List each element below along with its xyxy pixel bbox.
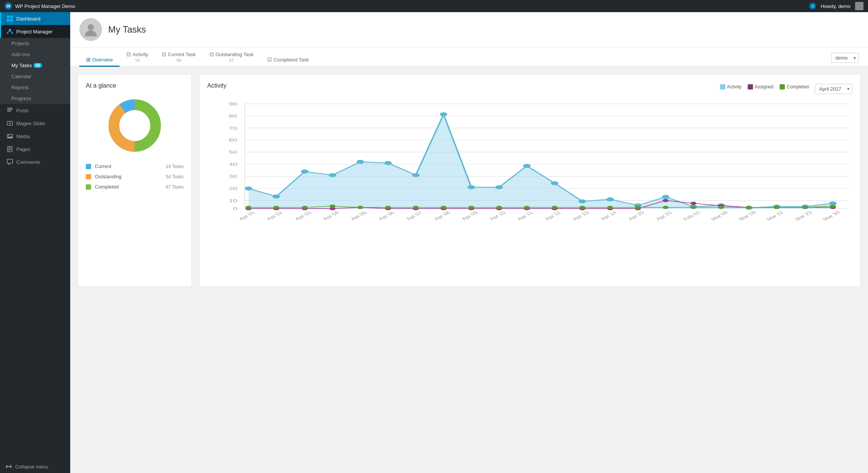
sidebar-item-project-manager[interactable]: Project Manager bbox=[0, 25, 70, 38]
svg-text:90: 90 bbox=[229, 102, 237, 106]
sidebar-item-reports[interactable]: Reports bbox=[0, 82, 70, 93]
legend-color-completed-chart bbox=[780, 84, 785, 90]
svg-point-111 bbox=[690, 206, 696, 209]
svg-marker-22 bbox=[6, 465, 7, 468]
month-select-wrapper[interactable]: April 2017 bbox=[815, 84, 852, 94]
svg-text:10: 10 bbox=[229, 199, 237, 203]
svg-point-114 bbox=[773, 206, 780, 209]
posts-icon bbox=[6, 107, 13, 114]
legend-item-current: Current 14 Tasks bbox=[86, 163, 184, 169]
svg-point-107 bbox=[579, 206, 585, 209]
main-content: My Tasks ⊞ Overview ⊡ Activity bbox=[70, 12, 868, 473]
svg-text:Apr 04: Apr 04 bbox=[321, 211, 340, 221]
sidebar-item-posts[interactable]: Posts bbox=[0, 104, 70, 117]
svg-point-57 bbox=[412, 173, 420, 177]
svg-point-59 bbox=[468, 185, 475, 189]
svg-text:Mar 23: Mar 23 bbox=[793, 210, 813, 221]
sidebar-item-dashboard[interactable]: Dashboard bbox=[0, 12, 70, 25]
sidebar-item-label: Magee Slider bbox=[16, 121, 46, 126]
donut-chart bbox=[86, 95, 184, 156]
sidebar-item-pages[interactable]: Pages bbox=[0, 143, 70, 156]
tab-completed-task[interactable]: ☑ Completed Task bbox=[260, 53, 316, 67]
svg-text:Apr 07: Apr 07 bbox=[405, 211, 424, 221]
sidebar-item-progress[interactable]: Progress bbox=[0, 93, 70, 104]
svg-text:Apr 11: Apr 11 bbox=[515, 211, 535, 221]
notification-badge[interactable]: 0 bbox=[809, 3, 816, 9]
howdy-text: Howdy, demo bbox=[821, 3, 851, 9]
sidebar-item-label: Dashboard bbox=[16, 16, 41, 22]
collapse-label: Collapse menu bbox=[15, 464, 48, 470]
sidebar-item-projects[interactable]: Projects bbox=[0, 38, 70, 49]
sidebar-item-add-ons[interactable]: Add-ons bbox=[0, 49, 70, 60]
content-panels: At a glance bbox=[70, 67, 868, 294]
svg-text:80: 80 bbox=[229, 114, 237, 118]
svg-text:30: 30 bbox=[229, 174, 237, 179]
svg-point-88 bbox=[663, 199, 669, 202]
sidebar-item-label: Posts bbox=[16, 108, 29, 113]
sidebar-item-label: Add-ons bbox=[11, 52, 30, 57]
svg-point-110 bbox=[663, 206, 669, 209]
sidebar-item-my-tasks[interactable]: My Tasks 68 bbox=[0, 60, 70, 71]
sidebar: Dashboard Project Manager Projects Add-o… bbox=[0, 12, 70, 473]
glance-title: At a glance bbox=[86, 82, 184, 89]
svg-point-108 bbox=[607, 206, 613, 209]
user-select[interactable]: demo bbox=[831, 53, 859, 63]
svg-point-13 bbox=[9, 123, 11, 124]
svg-point-63 bbox=[578, 199, 586, 203]
svg-point-101 bbox=[413, 206, 419, 209]
glance-card: At a glance bbox=[78, 74, 192, 287]
user-select-wrapper[interactable]: demo bbox=[831, 53, 859, 63]
svg-rect-11 bbox=[7, 111, 11, 112]
svg-marker-23 bbox=[10, 465, 12, 468]
legend-item-completed: Completed 67 Tasks bbox=[86, 184, 184, 190]
svg-point-66 bbox=[662, 195, 670, 199]
svg-point-51 bbox=[245, 186, 252, 190]
magee-slider-icon bbox=[6, 120, 13, 127]
content-area: My Tasks ⊞ Overview ⊡ Activity bbox=[70, 12, 868, 294]
svg-text:Apr 13: Apr 13 bbox=[571, 211, 590, 221]
legend-completed: Completed bbox=[780, 84, 809, 90]
svg-point-54 bbox=[329, 173, 336, 177]
legend-color-completed bbox=[86, 184, 91, 190]
svg-text:70: 70 bbox=[229, 126, 237, 130]
svg-point-96 bbox=[273, 206, 279, 209]
svg-point-102 bbox=[441, 206, 447, 209]
sidebar-item-media[interactable]: Media bbox=[0, 130, 70, 143]
svg-text:Mar 09: Mar 09 bbox=[709, 210, 729, 221]
sidebar-item-magee-slider[interactable]: Magee Slider bbox=[0, 117, 70, 130]
svg-line-7 bbox=[8, 31, 10, 32]
svg-rect-3 bbox=[10, 19, 13, 22]
pages-icon bbox=[6, 146, 13, 152]
topbar: W WP Project Manager Demo 0 Howdy, demo bbox=[0, 0, 868, 12]
sidebar-item-label: My Tasks bbox=[11, 63, 32, 68]
svg-text:Apr 20: Apr 20 bbox=[627, 211, 646, 221]
svg-text:Mar 30: Mar 30 bbox=[821, 210, 841, 221]
sidebar-collapse[interactable]: Collapse menu bbox=[0, 460, 70, 473]
svg-point-61 bbox=[523, 164, 531, 168]
sidebar-item-label: Reports bbox=[11, 85, 29, 90]
legend-color-assigned bbox=[748, 84, 753, 90]
svg-point-116 bbox=[830, 204, 836, 208]
svg-point-56 bbox=[384, 161, 392, 165]
svg-text:60: 60 bbox=[229, 138, 237, 142]
tab-overview[interactable]: ⊞ Overview bbox=[79, 53, 120, 67]
svg-point-58 bbox=[440, 112, 447, 116]
svg-marker-16 bbox=[7, 136, 13, 138]
chart-legend: Activity Assigned Completed bbox=[720, 84, 809, 90]
topbar-left: W WP Project Manager Demo bbox=[5, 2, 75, 10]
svg-rect-2 bbox=[7, 19, 9, 22]
tab-activity[interactable]: ⊡ Activity 14 bbox=[120, 47, 155, 67]
svg-text:Mar 22: Mar 22 bbox=[765, 210, 785, 221]
activity-title: Activity bbox=[207, 82, 227, 89]
outstanding-task-icon: ⊡ bbox=[210, 51, 214, 57]
sidebar-item-calendar[interactable]: Calendar bbox=[0, 71, 70, 82]
sidebar-item-comments[interactable]: Comments bbox=[0, 156, 70, 168]
tab-outstanding-task[interactable]: ⊡ Outstanding Task 67 bbox=[203, 47, 260, 67]
svg-point-109 bbox=[635, 206, 641, 209]
svg-point-113 bbox=[746, 206, 752, 209]
tab-current-task[interactable]: ⊡ Current Task 54 bbox=[155, 47, 202, 67]
month-select[interactable]: April 2017 bbox=[815, 84, 852, 94]
svg-point-6 bbox=[11, 32, 13, 34]
svg-rect-0 bbox=[7, 16, 9, 18]
svg-point-64 bbox=[606, 197, 614, 201]
